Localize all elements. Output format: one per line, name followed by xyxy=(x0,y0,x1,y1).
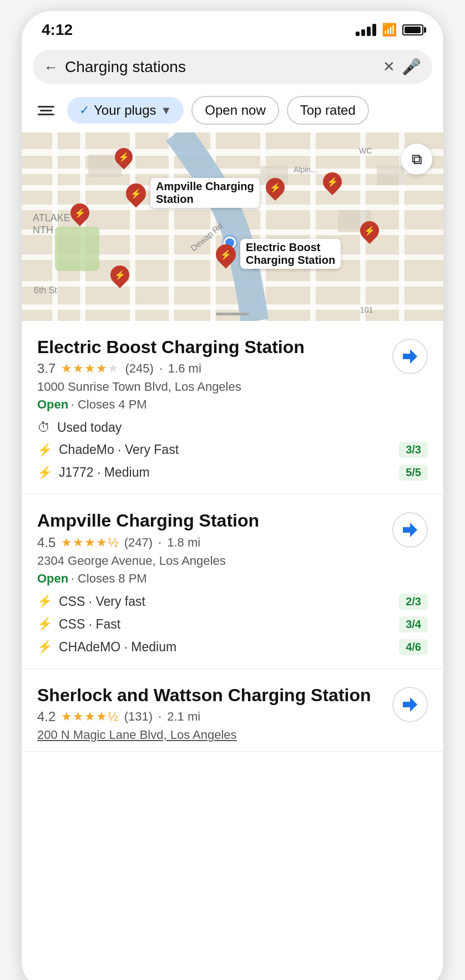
wifi-icon: 📶 xyxy=(382,23,397,37)
search-query[interactable]: Charging stations xyxy=(65,58,376,76)
status-icons: 📶 xyxy=(356,23,423,37)
filter-adjust-button[interactable] xyxy=(33,99,59,121)
svg-rect-12 xyxy=(169,132,174,321)
directions-button-3[interactable] xyxy=(392,687,428,722)
avail-badge-2-2: 4/6 xyxy=(399,639,428,655)
charger-row-1-1: ⚡ J1772 · Medium 5/5 xyxy=(37,465,428,481)
stars-2: ★★★★½ xyxy=(61,535,118,550)
map-svg: ATLAKE NTH 6th St Dewap Rd Orland Ave Al… xyxy=(22,132,443,321)
battery-icon xyxy=(402,24,423,35)
stars-3: ★★★★½ xyxy=(61,710,118,724)
svg-marker-32 xyxy=(403,523,417,537)
stars-1: ★★★★★ xyxy=(61,361,119,376)
result-name-2: Ampville Charging Station xyxy=(37,510,385,531)
charger-row-left-2-1: ⚡ CSS · Fast xyxy=(37,617,120,632)
distance-2: 1.8 mi xyxy=(167,535,200,550)
status-time: 4:12 xyxy=(42,21,73,39)
search-bar: ← Charging stations ✕ 🎤 xyxy=(33,50,432,84)
map-drag-indicator xyxy=(216,313,249,315)
svg-text:NTH: NTH xyxy=(33,224,53,236)
avail-badge-2-0: 2/3 xyxy=(399,594,428,610)
charger-row-left-1-1: ⚡ J1772 · Medium xyxy=(37,465,150,480)
svg-marker-31 xyxy=(403,349,417,364)
dot-sep-3: · xyxy=(158,710,161,724)
bolt-icon-2-0: ⚡ xyxy=(37,594,52,609)
dot-sep-1: · xyxy=(159,361,163,376)
svg-text:ATLAKE: ATLAKE xyxy=(33,212,70,223)
chip-open-now[interactable]: Open now xyxy=(191,96,279,125)
search-bar-container: ← Charging stations ✕ 🎤 xyxy=(22,44,443,91)
charger-type-2-1: CSS · Fast xyxy=(59,617,120,632)
status-bar: 4:12 📶 xyxy=(22,11,443,44)
charger-row-2-2: ⚡ CHAdeMO · Medium 4/6 xyxy=(37,639,428,655)
results-container: Electric Boost Charging Station 3.7 ★★★★… xyxy=(22,321,443,752)
ampville-pin-label: Ampville ChargingStation xyxy=(150,178,260,208)
result-info-2: Ampville Charging Station 4.5 ★★★★½ (247… xyxy=(37,510,385,585)
result-card-sherlock: Sherlock and Wattson Charging Station 4.… xyxy=(22,669,443,752)
used-today-row: ⏱ Used today xyxy=(37,420,428,435)
map-pin-6[interactable]: ⚡ xyxy=(360,221,379,240)
clock-icon: ⏱ xyxy=(37,420,50,435)
bolt-icon-2-2: ⚡ xyxy=(37,640,52,654)
distance-3: 2.1 mi xyxy=(167,710,200,724)
charger-type-2-0: CSS · Very fast xyxy=(59,594,145,609)
result-extra-2: ⚡ CSS · Very fast 2/3 ⚡ CSS · Fast 3/4 ⚡ xyxy=(37,594,428,655)
rating-1: 3.7 xyxy=(37,361,55,376)
check-icon: ✓ xyxy=(79,103,89,118)
address-2: 2304 George Avenue, Los Angeles xyxy=(37,554,385,568)
directions-icon-3 xyxy=(402,696,418,713)
avail-badge-1-0: 3/3 xyxy=(399,442,428,458)
charger-row-left-1-0: ⚡ ChadeMo · Very Fast xyxy=(37,442,179,457)
directions-button-2[interactable] xyxy=(392,512,428,548)
map-layers-button[interactable]: ⧉ xyxy=(401,144,432,175)
reviews-3: (131) xyxy=(124,710,153,724)
charger-row-2-0: ⚡ CSS · Very fast 2/3 xyxy=(37,594,428,610)
clear-button[interactable]: ✕ xyxy=(383,58,395,75)
map-pin-4[interactable]: ⚡ xyxy=(70,203,89,222)
map-pin-1[interactable]: ⚡ xyxy=(115,148,133,166)
chip-top-rated[interactable]: Top rated xyxy=(287,96,369,125)
map-pin-5[interactable]: ⚡ xyxy=(323,172,342,191)
directions-icon-2 xyxy=(402,522,418,538)
result-header-2: Ampville Charging Station 4.5 ★★★★½ (247… xyxy=(37,510,428,585)
chip-your-plugs[interactable]: ✓ Your plugs ▼ xyxy=(67,97,184,124)
mic-button[interactable]: 🎤 xyxy=(402,58,421,76)
address-1: 1000 Sunrise Town Blvd, Los Angeles xyxy=(37,380,385,394)
charger-row-left-2-2: ⚡ CHAdeMO · Medium xyxy=(37,640,176,655)
avail-badge-2-1: 3/4 xyxy=(399,616,428,632)
map-pin-3[interactable]: ⚡ xyxy=(266,178,285,197)
map-pin-8[interactable]: ⚡ xyxy=(110,266,129,284)
result-header-1: Electric Boost Charging Station 3.7 ★★★★… xyxy=(37,336,428,412)
phone-frame: 4:12 📶 ← Charging stations ✕ 🎤 xyxy=(22,11,443,980)
bolt-icon-1-0: ⚡ xyxy=(37,443,52,457)
adjust-icon xyxy=(38,106,54,115)
charger-row-2-1: ⚡ CSS · Fast 3/4 xyxy=(37,616,428,632)
chip-your-plugs-label: Your plugs xyxy=(94,103,156,118)
result-extra-1: ⏱ Used today ⚡ ChadeMo · Very Fast 3/3 ⚡… xyxy=(37,420,428,481)
closes-2: · Closes 8 PM xyxy=(71,571,147,585)
svg-rect-18 xyxy=(55,227,99,271)
directions-button-1[interactable] xyxy=(392,339,428,374)
svg-text:WC: WC xyxy=(359,146,372,155)
chip-open-now-label: Open now xyxy=(205,103,265,118)
svg-rect-15 xyxy=(310,132,316,321)
charger-type-2-2: CHAdeMO · Medium xyxy=(59,640,176,655)
bolt-icon-1-1: ⚡ xyxy=(37,466,52,480)
electric-boost-pin-label: Electric BoostCharging Station xyxy=(240,239,341,269)
closes-1: · Closes 4 PM xyxy=(71,397,147,411)
map-container[interactable]: ATLAKE NTH 6th St Dewap Rd Orland Ave Al… xyxy=(22,132,443,321)
svg-marker-33 xyxy=(403,697,417,712)
result-name-3: Sherlock and Wattson Charging Station xyxy=(37,685,385,706)
result-meta-2: 4.5 ★★★★½ (247) · 1.8 mi xyxy=(37,535,385,550)
result-meta-1: 3.7 ★★★★★ (245) · 1.6 mi xyxy=(37,361,385,376)
result-info-3: Sherlock and Wattson Charging Station 4.… xyxy=(37,685,385,746)
status-open-2: Open xyxy=(37,571,68,585)
map-pin-ampville[interactable]: ⚡ Ampville ChargingStation xyxy=(126,183,146,203)
map-pin-electric-boost[interactable]: ⚡ Electric BoostCharging Station xyxy=(216,244,236,264)
back-button[interactable]: ← xyxy=(44,60,58,74)
reviews-1: (245) xyxy=(125,361,153,376)
svg-text:6th St: 6th St xyxy=(34,285,57,295)
charger-row-1-0: ⚡ ChadeMo · Very Fast 3/3 xyxy=(37,442,428,458)
result-card-ampville: Ampville Charging Station 4.5 ★★★★½ (247… xyxy=(22,494,443,668)
filter-row: ✓ Your plugs ▼ Open now Top rated xyxy=(22,91,443,132)
